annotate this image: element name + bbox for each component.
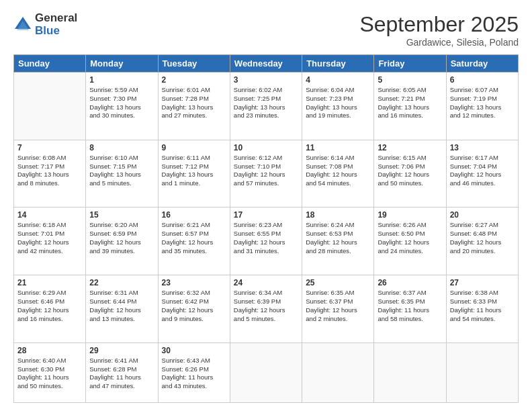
cell-info: Sunset: 7:23 PM	[306, 95, 370, 103]
cell-info: and 12 minutes.	[450, 111, 515, 120]
cell-info: and 13 minutes.	[89, 315, 154, 324]
cell-info: Sunset: 6:50 PM	[378, 230, 442, 238]
cell-info: Sunrise: 6:11 AM	[162, 154, 226, 163]
calendar-cell: 15Sunrise: 6:20 AMSunset: 6:59 PMDayligh…	[86, 208, 158, 275]
cell-info: Sunset: 6:26 PM	[162, 365, 226, 374]
cell-info: Daylight: 12 hours	[17, 238, 82, 247]
day-number: 29	[89, 346, 154, 355]
cell-info: and 30 minutes.	[89, 111, 154, 120]
cell-info: Sunset: 6:30 PM	[17, 365, 82, 374]
cell-info: Sunrise: 5:59 AM	[89, 86, 154, 95]
day-number: 23	[162, 278, 226, 287]
logo-general-text: General	[35, 12, 77, 25]
cell-info: Daylight: 13 hours	[378, 103, 442, 112]
cell-info: Sunset: 6:59 PM	[89, 230, 154, 238]
col-tuesday: Tuesday	[158, 55, 230, 73]
page: General Blue September 2025 Gardawice, S…	[0, 0, 532, 411]
cell-info: Sunrise: 6:08 AM	[17, 154, 82, 163]
col-wednesday: Wednesday	[230, 55, 302, 73]
calendar-cell: 9Sunrise: 6:11 AMSunset: 7:12 PMDaylight…	[158, 140, 230, 208]
calendar-cell	[302, 342, 374, 402]
location-subtitle: Gardawice, Silesia, Poland	[359, 37, 519, 48]
cell-info: Sunrise: 6:27 AM	[450, 221, 515, 230]
cell-info: and 19 minutes.	[306, 111, 370, 120]
cell-info: Daylight: 12 hours	[306, 238, 370, 247]
col-friday: Friday	[374, 55, 446, 73]
calendar-cell: 5Sunrise: 6:05 AMSunset: 7:21 PMDaylight…	[374, 73, 446, 140]
cell-info: Sunset: 6:42 PM	[162, 298, 226, 306]
cell-info: Daylight: 13 hours	[89, 103, 154, 112]
cell-info: Daylight: 12 hours	[89, 306, 154, 315]
calendar-cell	[446, 342, 518, 402]
cell-info: Daylight: 13 hours	[234, 103, 298, 112]
cell-info: and 5 minutes.	[89, 179, 154, 188]
day-number: 2	[162, 75, 226, 85]
cell-info: Sunset: 7:01 PM	[17, 230, 82, 238]
day-number: 26	[378, 278, 442, 287]
cell-info: Daylight: 12 hours	[17, 306, 82, 315]
cell-info: Sunrise: 6:14 AM	[306, 154, 370, 163]
cell-info: Sunset: 6:33 PM	[450, 298, 515, 306]
day-number: 30	[162, 346, 226, 355]
cell-info: and 54 minutes.	[306, 179, 370, 188]
cell-info: Sunrise: 6:04 AM	[306, 86, 370, 95]
cell-info: Sunrise: 6:34 AM	[234, 289, 298, 298]
col-saturday: Saturday	[446, 55, 518, 73]
cell-info: and 31 minutes.	[234, 247, 298, 256]
cell-info: and 24 minutes.	[378, 247, 442, 256]
cell-info: Sunset: 7:30 PM	[89, 95, 154, 103]
cell-info: Daylight: 12 hours	[378, 171, 442, 179]
cell-info: and 35 minutes.	[162, 247, 226, 256]
day-number: 10	[234, 143, 298, 152]
title-block: September 2025 Gardawice, Silesia, Polan…	[359, 12, 519, 48]
cell-info: Sunrise: 6:40 AM	[17, 357, 82, 365]
cell-info: Sunset: 6:35 PM	[378, 298, 442, 306]
cell-info: and 27 minutes.	[162, 111, 226, 120]
cell-info: Sunrise: 6:37 AM	[378, 289, 442, 298]
calendar-cell: 6Sunrise: 6:07 AMSunset: 7:19 PMDaylight…	[446, 73, 518, 140]
cell-info: Daylight: 12 hours	[89, 238, 154, 247]
cell-info: and 57 minutes.	[234, 179, 298, 188]
calendar-cell: 14Sunrise: 6:18 AMSunset: 7:01 PMDayligh…	[14, 208, 86, 275]
cell-info: Daylight: 11 hours	[162, 373, 226, 382]
cell-info: Sunset: 6:37 PM	[306, 298, 370, 306]
week-row-2: 14Sunrise: 6:18 AMSunset: 7:01 PMDayligh…	[14, 208, 519, 275]
calendar-table: Sunday Monday Tuesday Wednesday Thursday…	[13, 54, 519, 403]
calendar-cell: 3Sunrise: 6:02 AMSunset: 7:25 PMDaylight…	[230, 73, 302, 140]
calendar-cell: 7Sunrise: 6:08 AMSunset: 7:17 PMDaylight…	[14, 140, 86, 208]
day-number: 12	[378, 143, 442, 152]
calendar-cell: 23Sunrise: 6:32 AMSunset: 6:42 PMDayligh…	[158, 275, 230, 343]
cell-info: Sunset: 6:46 PM	[17, 298, 82, 306]
calendar-cell: 8Sunrise: 6:10 AMSunset: 7:15 PMDaylight…	[86, 140, 158, 208]
calendar-cell: 25Sunrise: 6:35 AMSunset: 6:37 PMDayligh…	[302, 275, 374, 343]
cell-info: Sunset: 7:15 PM	[89, 163, 154, 171]
cell-info: and 8 minutes.	[17, 179, 82, 188]
cell-info: Sunrise: 6:15 AM	[378, 154, 442, 163]
cell-info: Sunset: 6:44 PM	[89, 298, 154, 306]
cell-info: Daylight: 12 hours	[162, 306, 226, 315]
day-number: 20	[450, 210, 515, 220]
week-row-0: 1Sunrise: 5:59 AMSunset: 7:30 PMDaylight…	[14, 73, 519, 140]
cell-info: Daylight: 12 hours	[162, 238, 226, 247]
cell-info: Sunset: 7:04 PM	[450, 163, 515, 171]
calendar-cell: 30Sunrise: 6:43 AMSunset: 6:26 PMDayligh…	[158, 342, 230, 402]
cell-info: Daylight: 11 hours	[450, 306, 515, 315]
day-number: 7	[17, 143, 82, 152]
cell-info: and 23 minutes.	[234, 111, 298, 120]
cell-info: and 2 minutes.	[306, 315, 370, 324]
cell-info: Daylight: 12 hours	[450, 171, 515, 179]
cell-info: Daylight: 12 hours	[234, 306, 298, 315]
cell-info: Sunset: 7:10 PM	[234, 163, 298, 171]
cell-info: Sunset: 6:55 PM	[234, 230, 298, 238]
cell-info: Daylight: 11 hours	[378, 306, 442, 315]
calendar-cell: 26Sunrise: 6:37 AMSunset: 6:35 PMDayligh…	[374, 275, 446, 343]
calendar-cell	[374, 342, 446, 402]
cell-info: Sunrise: 6:21 AM	[162, 221, 226, 230]
calendar-cell: 17Sunrise: 6:23 AMSunset: 6:55 PMDayligh…	[230, 208, 302, 275]
logo-text: General Blue	[35, 12, 77, 37]
cell-info: and 54 minutes.	[450, 315, 515, 324]
cell-info: Sunrise: 6:43 AM	[162, 357, 226, 365]
calendar-cell: 4Sunrise: 6:04 AMSunset: 7:23 PMDaylight…	[302, 73, 374, 140]
cell-info: Sunset: 7:17 PM	[17, 163, 82, 171]
cell-info: Daylight: 11 hours	[89, 373, 154, 382]
